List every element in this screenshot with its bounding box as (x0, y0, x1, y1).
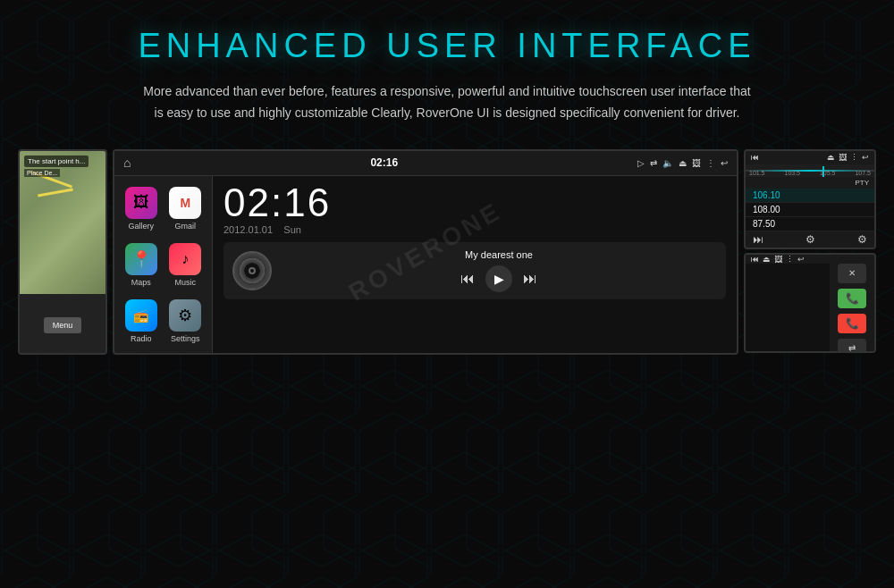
menu-button[interactable]: Menu (44, 317, 82, 333)
clock-date: 2012.01.01 Sun (224, 224, 726, 235)
station-item-2[interactable]: 108.00 (746, 203, 874, 217)
play-button[interactable]: ▶ (485, 265, 512, 292)
phone-back-icon[interactable]: ↩ (797, 255, 805, 264)
mini-screen-left: The start point h... Place De... Menu (18, 149, 107, 355)
phone-more-icon[interactable]: ⋮ (786, 255, 794, 264)
radio-img-icon: 🖼 (839, 153, 847, 162)
mini-phone-screen: ⏮ ⏏ 🖼 ⋮ ↩ ✕ 📞 📞 ⇄ (744, 253, 876, 353)
app-icon-gallery[interactable]: 🖼 Gallery (120, 181, 163, 236)
app-icon-gmail[interactable]: M Gmail (164, 181, 207, 236)
radio-prev-icon[interactable]: ⏮ (751, 153, 759, 162)
radio-skip-icon[interactable]: ⏭ (753, 233, 763, 246)
radio-eject-icon: ⏏ (827, 153, 835, 162)
song-title: My dearest one (281, 249, 717, 260)
radio-more-icon[interactable]: ⋮ (850, 153, 858, 162)
prev-button[interactable]: ⏮ (460, 271, 475, 287)
back-icon[interactable]: ↩ (721, 158, 728, 168)
app-icon-maps[interactable]: 📍 Maps (120, 238, 163, 292)
home-icon[interactable]: ⌂ (123, 155, 131, 170)
player-area: My dearest one ⏮ ▶ ⏭ (224, 242, 726, 299)
media-icon: ▷ (637, 158, 645, 168)
status-bar: ⌂ 02:16 ▷ ⇄ 🔈 ⏏ 🖼 ⋮ ↩ (114, 151, 737, 176)
call-reject-button[interactable]: 📞 (838, 314, 866, 333)
radio-settings-icon[interactable]: ⚙ (805, 233, 815, 246)
call-answer-button[interactable]: 📞 (838, 289, 866, 308)
mini-map: The start point h... Place De... (20, 151, 105, 294)
app-icon-radio[interactable]: 📻 Radio (120, 294, 163, 349)
page-subtitle: More advanced than ever before, features… (143, 81, 751, 124)
app-icon-music[interactable]: ♪ Music (164, 238, 207, 292)
vinyl-disc (232, 251, 272, 290)
station-item-3[interactable]: 87.50 (746, 217, 874, 231)
phone-img-icon: 🖼 (774, 255, 782, 264)
right-screens: ⏮ ⏏ 🖼 ⋮ ↩ 101.5 103.5 105.5 (744, 149, 876, 353)
phone-eject-icon: ⏏ (763, 255, 771, 264)
app-icon-settings[interactable]: ⚙ Settings (164, 294, 207, 349)
more-icon[interactable]: ⋮ (706, 158, 715, 168)
phone-prev-icon[interactable]: ⏮ (751, 255, 759, 264)
swap-icon: ⇄ (650, 158, 657, 168)
station-item-1[interactable]: 106.10 (746, 189, 874, 203)
player-controls: My dearest one ⏮ ▶ ⏭ (281, 249, 717, 292)
center-panel: 02:16 2012.01.01 Sun My dearest one (213, 176, 737, 355)
radio-settings2-icon[interactable]: ⚙ (857, 233, 867, 246)
image-icon: 🖼 (692, 158, 701, 168)
clock-time: 02:16 (224, 183, 726, 223)
map-label: The start point h... (24, 155, 89, 167)
mini-radio-screen: ⏮ ⏏ 🖼 ⋮ ↩ 101.5 103.5 105.5 (744, 149, 876, 249)
eject-icon: ⏏ (679, 158, 687, 168)
call-swap-button[interactable]: ⇄ (838, 339, 866, 353)
main-screen: ROVERONE ⌂ 02:16 ▷ ⇄ 🔈 ⏏ 🖼 ⋮ ↩ (113, 149, 738, 355)
volume-icon: 🔈 (662, 158, 673, 168)
radio-back-icon[interactable]: ↩ (862, 153, 869, 162)
status-time: 02:16 (370, 156, 398, 169)
next-button[interactable]: ⏭ (523, 271, 537, 287)
app-grid: 🖼 Gallery M Gmail 📍 Maps ♪ Music (114, 176, 213, 355)
page-title: ENHANCED USER INTERFACE (138, 27, 755, 65)
map-place: Place De... (24, 169, 60, 177)
call-dismiss-button[interactable]: ✕ (838, 264, 866, 283)
